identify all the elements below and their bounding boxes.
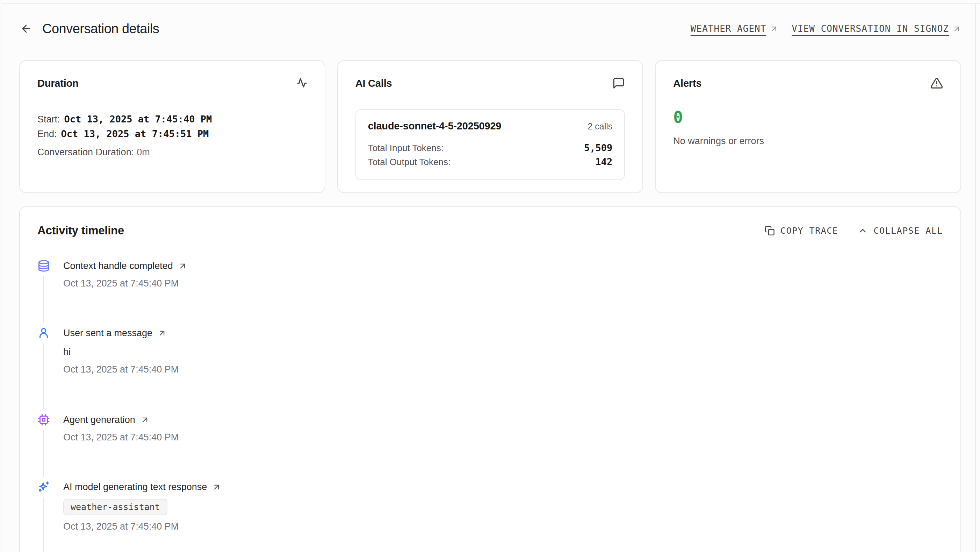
timeline-connector bbox=[43, 343, 44, 409]
timeline-connector bbox=[43, 498, 44, 552]
signoz-link-label: VIEW CONVERSATION IN SIGNOZ bbox=[792, 24, 949, 34]
header: Conversation details WEATHER AGENT VIEW … bbox=[19, 19, 961, 38]
alerts-card-title: Alerts bbox=[673, 78, 702, 89]
stat-cards-row: Duration Start:Oct 13, 2025 at 7:45:40 P… bbox=[19, 60, 961, 193]
copy-icon bbox=[765, 226, 775, 236]
page-title: Conversation details bbox=[42, 21, 159, 37]
timeline-entry-message: hi bbox=[63, 346, 178, 358]
model-name: claude-sonnet-4-5-20250929 bbox=[368, 120, 501, 132]
alerts-card: Alerts 0 No warnings or errors bbox=[655, 60, 961, 193]
total-output-tokens-label: Total Output Tokens: bbox=[368, 155, 451, 169]
activity-timeline-panel: Activity timeline COPY TRACE COLLAPSE AL… bbox=[19, 206, 961, 552]
sparkles-icon bbox=[37, 481, 50, 493]
chevron-up-icon bbox=[858, 226, 868, 236]
timeline-entry-title: AI model generating text response bbox=[63, 481, 207, 493]
timeline-entry-title: User sent a message bbox=[63, 327, 153, 339]
agent-name-badge: weather-assistant bbox=[63, 499, 167, 515]
duration-card: Duration Start:Oct 13, 2025 at 7:45:40 P… bbox=[19, 60, 325, 193]
activity-timeline-title: Activity timeline bbox=[37, 224, 124, 237]
weather-agent-link-label: WEATHER AGENT bbox=[690, 24, 767, 34]
timeline-entries: Context handle completed Oct 13, 2025 at… bbox=[37, 260, 943, 533]
arrow-up-right-icon[interactable] bbox=[157, 329, 167, 338]
collapse-all-label: COLLAPSE ALL bbox=[873, 226, 943, 236]
duration-card-title: Duration bbox=[37, 78, 79, 89]
top-divider bbox=[2, 3, 980, 3]
duration-start-label: Start: bbox=[37, 114, 60, 124]
duration-start-value: Oct 13, 2025 at 7:45:40 PM bbox=[64, 114, 212, 124]
conversation-duration-label: Conversation Duration: bbox=[37, 147, 134, 157]
model-usage-box: claude-sonnet-4-5-20250929 2 calls Total… bbox=[355, 109, 625, 180]
timeline-entry-timestamp: Oct 13, 2025 at 7:45:40 PM bbox=[63, 520, 221, 533]
message-square-icon bbox=[612, 77, 625, 89]
arrow-left-icon bbox=[20, 23, 32, 35]
timeline-entry[interactable]: AI model generating text response weathe… bbox=[37, 481, 943, 533]
total-input-tokens-value: 5,509 bbox=[584, 141, 612, 155]
timeline-entry[interactable]: Agent generation Oct 13, 2025 at 7:45:40… bbox=[37, 413, 943, 444]
model-call-count: 2 calls bbox=[587, 121, 612, 132]
view-conversation-in-signoz-link[interactable]: VIEW CONVERSATION IN SIGNOZ bbox=[792, 24, 961, 34]
weather-agent-link[interactable]: WEATHER AGENT bbox=[690, 24, 779, 34]
copy-trace-label: COPY TRACE bbox=[780, 226, 838, 236]
timeline-connector bbox=[43, 276, 44, 323]
duration-end-label: End: bbox=[37, 129, 57, 139]
timeline-entry-timestamp: Oct 13, 2025 at 7:45:40 PM bbox=[63, 431, 178, 444]
conversation-details-page: Conversation details WEATHER AGENT VIEW … bbox=[0, 19, 980, 552]
timeline-entry-title: Context handle completed bbox=[63, 260, 173, 272]
database-icon bbox=[37, 260, 50, 272]
cpu-icon bbox=[37, 413, 50, 426]
alerts-count: 0 bbox=[673, 108, 943, 127]
timeline-entry-timestamp: Oct 13, 2025 at 7:45:40 PM bbox=[63, 277, 187, 290]
timeline-entry-title: Agent generation bbox=[63, 413, 135, 426]
ai-calls-card: AI Calls claude-sonnet-4-5-20250929 2 ca… bbox=[337, 60, 643, 193]
total-output-tokens-value: 142 bbox=[595, 155, 612, 169]
alerts-message: No warnings or errors bbox=[673, 136, 943, 147]
collapse-all-button[interactable]: COLLAPSE ALL bbox=[858, 226, 943, 236]
alert-triangle-icon bbox=[931, 77, 943, 89]
timeline-connector bbox=[43, 430, 44, 477]
duration-end-value: Oct 13, 2025 at 7:45:51 PM bbox=[61, 128, 209, 139]
timeline-entry[interactable]: Context handle completed Oct 13, 2025 at… bbox=[37, 260, 943, 290]
conversation-duration-value: 0m bbox=[137, 147, 150, 157]
timeline-entry-timestamp: Oct 13, 2025 at 7:45:40 PM bbox=[63, 363, 178, 376]
activity-icon bbox=[294, 77, 307, 89]
copy-trace-button[interactable]: COPY TRACE bbox=[765, 226, 838, 236]
arrow-up-right-icon[interactable] bbox=[178, 261, 187, 271]
arrow-up-right-icon[interactable] bbox=[212, 482, 221, 492]
ai-calls-card-title: AI Calls bbox=[355, 78, 392, 89]
back-button[interactable] bbox=[19, 22, 33, 36]
timeline-entry[interactable]: User sent a message hi Oct 13, 2025 at 7… bbox=[37, 327, 943, 376]
user-icon bbox=[37, 327, 50, 339]
arrow-up-right-icon[interactable] bbox=[140, 415, 150, 425]
total-input-tokens-label: Total Input Tokens: bbox=[368, 141, 444, 155]
arrow-up-right-icon bbox=[952, 24, 961, 33]
arrow-up-right-icon bbox=[770, 24, 778, 33]
